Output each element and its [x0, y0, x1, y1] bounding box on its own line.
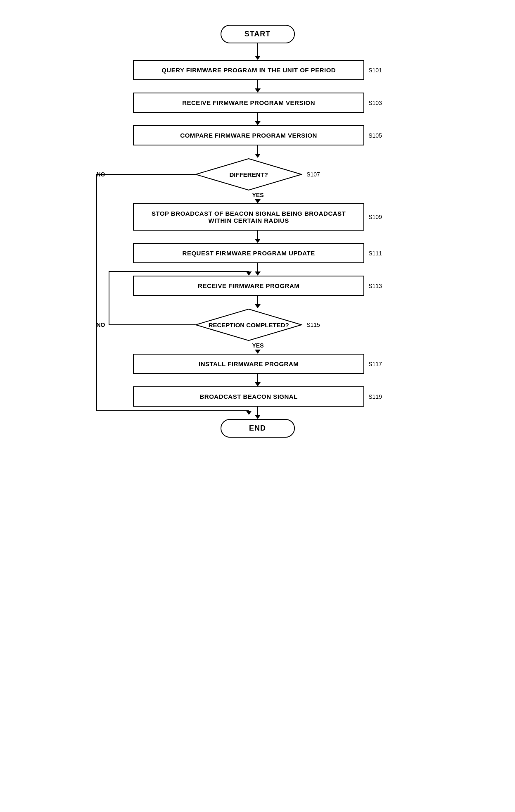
connector-10: [72, 374, 444, 386]
s103-process: RECEIVE FIRMWARE PROGRAM VERSION: [133, 93, 364, 113]
yes-label-2: YES: [252, 342, 263, 349]
s111-label: S111: [368, 250, 382, 257]
s107-label: S107: [306, 171, 320, 178]
s113-row: RECEIVE FIRMWARE PROGRAM S113: [72, 276, 444, 296]
s115-decision-label: RECEPTION COMPLETED?: [209, 321, 289, 329]
s107-decision-label: DIFFERENT?: [229, 171, 268, 178]
s113-process: RECEIVE FIRMWARE PROGRAM: [133, 276, 364, 296]
s109-label: S109: [368, 214, 382, 220]
s107-row: NO DIFFERENT? S107: [72, 158, 444, 191]
s107-decision: DIFFERENT?: [195, 158, 302, 191]
s117-label: S117: [368, 361, 382, 367]
connector-6: [72, 231, 444, 243]
connector-2: [72, 80, 444, 93]
connector-5: YES: [72, 191, 444, 203]
s119-label: S119: [368, 393, 382, 400]
yes-label-1: YES: [252, 192, 263, 198]
s103-label: S103: [368, 100, 382, 106]
connector-7: [72, 263, 444, 276]
s109-process: STOP BROADCAST OF BEACON SIGNAL BEING BR…: [133, 203, 364, 231]
connector-8: [72, 296, 444, 308]
end-row: END: [72, 419, 444, 438]
s101-row: QUERY FIRMWARE PROGRAM IN THE UNIT OF PE…: [72, 60, 444, 80]
s107-no-label: NO: [97, 171, 105, 178]
connector-9: YES: [72, 341, 444, 354]
s101-process: QUERY FIRMWARE PROGRAM IN THE UNIT OF PE…: [133, 60, 364, 80]
s101-label: S101: [368, 67, 382, 74]
s115-row: NO RECEPTION COMPLETED? S115: [72, 308, 444, 341]
connector-1: [72, 43, 444, 60]
s115-no-label: NO: [97, 321, 105, 328]
start-row: START: [72, 25, 444, 43]
s113-label: S113: [368, 283, 382, 289]
end-terminal: END: [221, 419, 295, 438]
start-terminal: START: [221, 25, 295, 43]
connector-4: [72, 145, 444, 158]
s105-label: S105: [368, 132, 382, 139]
s115-label: S115: [306, 321, 320, 328]
s119-process: BROADCAST BEACON SIGNAL: [133, 386, 364, 407]
s111-row: REQUEST FIRMWARE PROGRAM UPDATE S111: [72, 243, 444, 263]
s105-process: COMPARE FIRMWARE PROGRAM VERSION: [133, 125, 364, 145]
s105-row: COMPARE FIRMWARE PROGRAM VERSION S105: [72, 125, 444, 145]
s117-row: INSTALL FIRMWARE PROGRAM S117: [72, 354, 444, 374]
s119-row: BROADCAST BEACON SIGNAL S119: [72, 386, 444, 407]
s109-row: STOP BROADCAST OF BEACON SIGNAL BEING BR…: [72, 203, 444, 231]
s103-row: RECEIVE FIRMWARE PROGRAM VERSION S103: [72, 93, 444, 113]
flowchart: START QUERY FIRMWARE PROGRAM IN THE UNIT…: [72, 17, 444, 454]
connector-3: [72, 113, 444, 125]
s117-process: INSTALL FIRMWARE PROGRAM: [133, 354, 364, 374]
s111-process: REQUEST FIRMWARE PROGRAM UPDATE: [133, 243, 364, 263]
connector-11: [72, 407, 444, 419]
s115-decision: RECEPTION COMPLETED?: [195, 308, 302, 341]
